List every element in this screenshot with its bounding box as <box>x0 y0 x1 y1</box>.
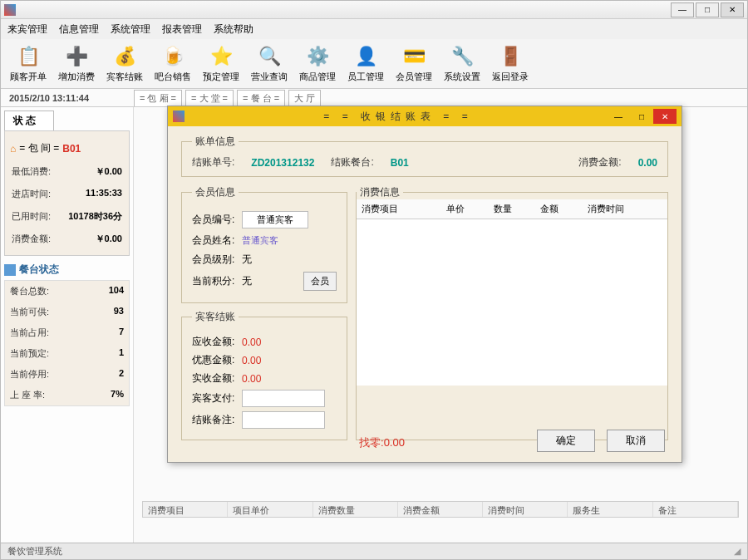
bill-legend: 账单信息 <box>192 135 239 149</box>
change-amount: 0.00 <box>384 436 405 449</box>
col-header: 消费数量 <box>313 502 398 517</box>
bill-amt: 0.00 <box>638 157 657 169</box>
reservation-button[interactable]: ⭐预定管理 <box>199 42 244 86</box>
stats-title: 餐台状态 <box>4 263 130 277</box>
status-box: ⌂ = 包 间 = B01 最低消费:￥0.00进店时间:11:35:33已用时… <box>4 130 130 256</box>
stat-row: 餐台总数:104 <box>5 281 129 302</box>
consume-col: 单价 <box>441 199 489 219</box>
toolbar: 📋顾客开单➕增加消费💰宾客结账🍺吧台销售⭐预定管理🔍营业查询⚙️商品管理👤员工管… <box>1 39 747 89</box>
room-id: B01 <box>62 143 81 155</box>
logout-button[interactable]: 🚪返回登录 <box>488 42 533 86</box>
maximize-button[interactable]: □ <box>696 2 719 17</box>
room-tab[interactable]: = 大 堂 = <box>185 90 234 106</box>
member-points: 无 <box>242 274 252 288</box>
checkout-button[interactable]: 💰宾客结账 <box>102 42 147 86</box>
main-window: — □ ✕ 来宾管理信息管理系统管理报表管理系统帮助 📋顾客开单➕增加消费💰宾客… <box>0 0 748 560</box>
business-query-icon: 🔍 <box>257 44 282 69</box>
status-row: 消费金额:￥0.00 <box>10 228 124 250</box>
minimize-button[interactable]: — <box>671 2 694 17</box>
goods-mgmt-icon: ⚙️ <box>305 44 330 69</box>
consume-table-body[interactable] <box>357 219 667 386</box>
bar-sale-icon: 🍺 <box>160 44 185 69</box>
add-consume-button[interactable]: ➕增加消费 <box>54 42 99 86</box>
dialog-close-button[interactable]: ✕ <box>653 109 677 124</box>
col-header: 消费金额 <box>398 502 483 517</box>
member-mgmt-button[interactable]: 💳会员管理 <box>391 42 436 86</box>
tab-row: 2015/2/10 13:11:44 = 包 厢 == 大 堂 == 餐 台 =… <box>1 89 747 107</box>
room-header: ⌂ = 包 间 = B01 <box>10 141 124 155</box>
bar-sale-button[interactable]: 🍺吧台销售 <box>150 42 195 86</box>
reservation-icon: ⭐ <box>209 44 234 69</box>
new-order-icon: 📋 <box>16 44 41 69</box>
dialog-minimize-button[interactable]: — <box>607 109 630 124</box>
bill-table-label: 结账餐台: <box>331 155 373 169</box>
logout-icon: 🚪 <box>498 44 523 69</box>
member-button[interactable]: 会员 <box>303 272 337 291</box>
status-tab[interactable]: 状 态 <box>4 111 54 130</box>
remark-input[interactable] <box>242 411 325 429</box>
status-row: 已用时间:10178时36分 <box>10 205 124 228</box>
room-prefix: = 包 间 = <box>19 141 59 155</box>
change-row: 找零:0.00 <box>359 435 405 450</box>
room-tab[interactable]: = 餐 台 = <box>237 90 285 106</box>
menu-item[interactable]: 系统帮助 <box>214 22 253 37</box>
stat-row: 上 座 率:7% <box>5 385 129 405</box>
titlebar: — □ ✕ <box>1 1 747 19</box>
close-button[interactable]: ✕ <box>721 2 744 17</box>
consume-col: 消费时间 <box>583 199 667 219</box>
menu-item[interactable]: 信息管理 <box>59 22 99 37</box>
business-query-button[interactable]: 🔍营业查询 <box>247 42 292 86</box>
resize-grip-icon[interactable]: ◢ <box>734 546 741 557</box>
ok-button[interactable]: 确定 <box>537 430 595 452</box>
bill-amt-label: 消费金额: <box>578 155 621 169</box>
menu-item[interactable]: 来宾管理 <box>7 22 47 37</box>
due-amount: 0.00 <box>242 336 261 348</box>
member-info-group: 会员信息 会员编号:普通宾客 会员姓名:普通宾客 会员级别:无 当前积分:无 会… <box>181 185 347 303</box>
room-tab[interactable]: 大 厅 <box>288 90 321 106</box>
dialog-titlebar[interactable]: = = 收银结账表 = = — □ ✕ <box>168 106 682 126</box>
col-header: 备注 <box>653 502 738 517</box>
col-header: 项目单价 <box>228 502 312 517</box>
dialog-icon <box>173 111 185 122</box>
dialog-title: = = 收银结账表 = = <box>189 110 607 124</box>
datetime-label: 2015/2/10 13:11:44 <box>1 93 134 103</box>
consume-info-group: 消费信息 消费项目单价数量金额消费时间 <box>356 185 668 440</box>
statusbar: 餐饮管理系统 ◢ <box>1 543 747 559</box>
cancel-button[interactable]: 取消 <box>607 430 665 452</box>
goods-mgmt-button[interactable]: ⚙️商品管理 <box>295 42 340 86</box>
staff-mgmt-button[interactable]: 👤员工管理 <box>343 42 388 86</box>
consume-table-header: 消费项目单价数量金额消费时间 <box>357 199 667 219</box>
stats-box: 餐台总数:104当前可供:93当前占用:7当前预定:1当前停用:2上 座 率:7… <box>4 280 130 406</box>
stat-row: 当前停用:2 <box>5 364 129 385</box>
menu-item[interactable]: 系统管理 <box>111 22 150 37</box>
member-level: 无 <box>242 253 252 267</box>
pay-input[interactable] <box>242 390 325 407</box>
home-icon: ⌂ <box>10 143 16 155</box>
app-icon <box>4 4 16 16</box>
checkout-dialog: = = 收银结账表 = = — □ ✕ 账单信息 结账单号: ZD2013121… <box>167 106 682 463</box>
checkout-icon: 💰 <box>112 44 137 69</box>
menubar: 来宾管理信息管理系统管理报表管理系统帮助 <box>1 19 747 39</box>
stat-row: 当前占用:7 <box>5 322 129 343</box>
member-name: 普通宾客 <box>242 234 278 247</box>
settings-button[interactable]: 🔧系统设置 <box>440 42 485 86</box>
status-row: 进店时间:11:35:33 <box>10 183 124 205</box>
bill-table: B01 <box>391 157 409 169</box>
dialog-maximize-button[interactable]: □ <box>630 109 653 124</box>
room-tab[interactable]: = 包 厢 = <box>134 90 182 106</box>
status-row: 最低消费:￥0.00 <box>10 160 124 183</box>
stat-row: 当前预定:1 <box>5 343 129 364</box>
add-consume-icon: ➕ <box>64 44 89 69</box>
bill-num-label: 结账单号: <box>192 155 234 169</box>
staff-mgmt-icon: 👤 <box>353 44 378 69</box>
consume-col: 数量 <box>489 199 536 219</box>
menu-item[interactable]: 报表管理 <box>162 22 202 37</box>
settings-icon: 🔧 <box>450 44 475 69</box>
sidebar: 状 态 ⌂ = 包 间 = B01 最低消费:￥0.00进店时间:11:35:3… <box>1 107 134 543</box>
checkout-group: 宾客结账 应收金额:0.00 优惠金额:0.00 实收金额:0.00 宾客支付:… <box>181 310 347 440</box>
member-num-field[interactable]: 普通宾客 <box>242 211 308 228</box>
bill-info-group: 账单信息 结账单号: ZD201312132 结账餐台: B01 消费金额: 0… <box>181 135 668 177</box>
consume-legend: 消费信息 <box>357 185 403 199</box>
discount-amount: 0.00 <box>242 355 261 366</box>
new-order-button[interactable]: 📋顾客开单 <box>6 42 51 86</box>
